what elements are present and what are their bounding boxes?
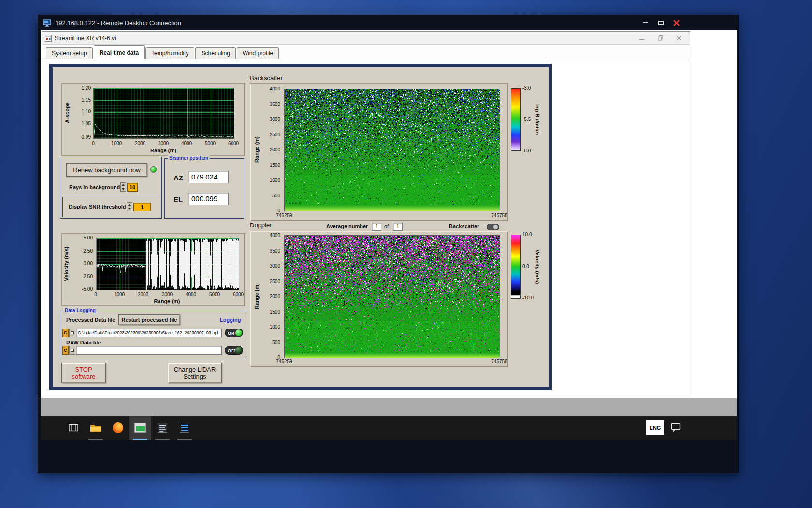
el-field[interactable]: 000.099 — [188, 193, 229, 205]
tick-label: 4000 — [186, 292, 196, 297]
doppler-colorbar-label: Velocity (m/s) — [534, 235, 541, 299]
background-group: Renew background now Rays in background … — [60, 157, 162, 219]
tick-label: 0.99 — [74, 134, 91, 140]
remote-desktop-strip — [41, 398, 737, 416]
snr-threshold-field[interactable]: 1 — [133, 203, 151, 211]
stop-line1: STOP — [75, 366, 92, 373]
tick-label: 2000 — [135, 141, 145, 146]
change-line1: Change LiDAR — [174, 366, 216, 373]
doppler-colorbar — [511, 235, 521, 299]
tab-wind-profile[interactable]: Wind profile — [237, 47, 279, 59]
streamline-app-button[interactable] — [129, 416, 151, 440]
processed-drive-button[interactable]: C — [62, 329, 69, 337]
backscatter-title: Backscatter — [250, 75, 283, 82]
task-view-button[interactable] — [62, 416, 85, 440]
tick-label: 5.00 — [72, 235, 93, 240]
app-restore-button[interactable] — [651, 33, 669, 44]
raw-logging-toggle-off[interactable]: OFF — [225, 346, 243, 355]
rdp-minimize-button[interactable] — [638, 17, 653, 29]
el-label: EL — [174, 195, 183, 204]
app-titlebar: StreamLine XR v14-6.vi — [42, 32, 690, 45]
processed-logging-toggle-on[interactable]: ON — [225, 329, 243, 337]
vi-app-icon — [45, 35, 52, 42]
file-explorer-button[interactable] — [85, 416, 107, 440]
rays-in-background-field[interactable]: 10 — [127, 183, 138, 192]
data-viewer-button[interactable] — [174, 416, 196, 440]
toggle-knob — [235, 329, 242, 336]
tick-label: 2000 — [264, 294, 280, 299]
data-viewer-icon — [180, 423, 189, 433]
tick-label: 745259 — [276, 359, 292, 364]
average-number-label: Average number — [326, 224, 368, 229]
tab-real-time-data[interactable]: Real time data — [94, 45, 145, 59]
tick-label: 6000 — [228, 141, 239, 146]
renew-background-button[interactable]: Renew background now — [66, 163, 147, 177]
raw-data-file-path[interactable] — [76, 346, 222, 355]
raw-browse-button[interactable] — [69, 346, 75, 355]
tick-label: 5000 — [209, 292, 220, 297]
tab-system-setup[interactable]: System setup — [46, 47, 93, 59]
az-field[interactable]: 079.024 — [188, 171, 229, 183]
average-total-field[interactable]: 1 — [393, 223, 403, 231]
tick-label: 6000 — [233, 292, 244, 297]
doppler-graph: Range (m) 4000 3500 3000 2500 2000 1500 … — [250, 231, 508, 367]
decrement-icon — [128, 208, 131, 210]
backscatter-plot — [284, 89, 500, 211]
tick-label: 1000 — [264, 178, 280, 183]
scan-scheduler-button[interactable] — [151, 416, 174, 440]
change-lidar-settings-button[interactable]: Change LiDAR Settings — [168, 363, 222, 383]
tick-label: 5000 — [205, 141, 216, 146]
app-minimize-button[interactable] — [633, 33, 651, 44]
main-frame: A-scope 1.20 1.15 1.10 1.05 0.99 0 1000 … — [49, 64, 552, 390]
tick-label: 3500 — [264, 248, 280, 254]
snr-spinner[interactable] — [127, 202, 132, 211]
tick-label: 2500 — [264, 279, 280, 284]
velocity-ylabel: Velocity (m/s) — [63, 238, 70, 289]
language-indicator[interactable]: ENG — [646, 420, 664, 435]
tick-label: 3000 — [158, 141, 169, 146]
active-indicator — [133, 439, 147, 440]
scan-scheduler-icon — [158, 423, 167, 433]
average-number-field[interactable]: 1 — [372, 223, 381, 231]
close-icon — [673, 19, 680, 27]
streamline-app-icon — [134, 423, 146, 433]
velocity-xlabel: Range (m) — [96, 299, 238, 304]
tick-label: 2000 — [138, 292, 148, 297]
rays-spinner[interactable] — [120, 182, 126, 192]
tab-temp-humidity[interactable]: Temp/humidity — [145, 47, 194, 59]
tick-label: 4000 — [264, 86, 280, 91]
tick-label: 2.50 — [72, 248, 93, 254]
rdp-maximize-button[interactable] — [653, 17, 668, 29]
tab-scheduling[interactable]: Scheduling — [195, 47, 235, 59]
tick-label: 500 — [264, 340, 280, 345]
backscatter-display-toggle[interactable] — [487, 224, 499, 230]
backscatter-colorbar — [511, 88, 521, 151]
ascope-ylabel: A-scope — [64, 88, 71, 138]
app-close-button[interactable] — [669, 33, 688, 44]
ascope-xlabel: Range (m) — [93, 148, 233, 153]
velocity-plot — [96, 238, 239, 290]
toggle-knob — [493, 225, 498, 229]
velocity-graph: Velocity (m/s) 5.00 2.50 0.00 -2.50 -5.0… — [61, 233, 245, 306]
backscatter-colorbar-label: log B (/m/sr) — [534, 88, 541, 151]
processed-browse-button[interactable] — [69, 329, 75, 337]
raw-drive-button[interactable]: C — [62, 346, 69, 355]
restart-processed-file-button[interactable]: Restart processed file — [118, 314, 180, 325]
app-content: A-scope 1.20 1.15 1.10 1.05 0.99 0 1000 … — [42, 59, 690, 398]
tick-label: 745259 — [276, 213, 292, 218]
backscatter-graph: Range (m) 4000 3500 3000 2500 2000 1500 … — [250, 83, 508, 221]
tick-label: -2.50 — [72, 274, 93, 279]
tick-label: 1.20 — [74, 85, 91, 90]
tick-label: 3500 — [264, 102, 280, 107]
processed-data-file-path[interactable]: C:\Lidar\Data\Proc\2023\202309\20230907\… — [76, 329, 222, 337]
rdp-close-button[interactable] — [668, 17, 684, 29]
colorbar-tick: -10.0 — [522, 295, 534, 300]
scanner-position-group: Scanner position AZ 079.024 EL 000.099 — [164, 158, 244, 219]
firefox-button[interactable] — [107, 416, 129, 440]
colorbar-tick: -8.0 — [522, 148, 531, 153]
renew-led-indicator — [150, 166, 157, 173]
action-center-button[interactable] — [671, 423, 681, 434]
desktop-background: 192.168.0.122 - Remote Desktop Connectio… — [0, 0, 812, 508]
colorbar-tick: 10.0 — [522, 232, 532, 237]
stop-software-button[interactable]: STOP software — [61, 363, 106, 383]
